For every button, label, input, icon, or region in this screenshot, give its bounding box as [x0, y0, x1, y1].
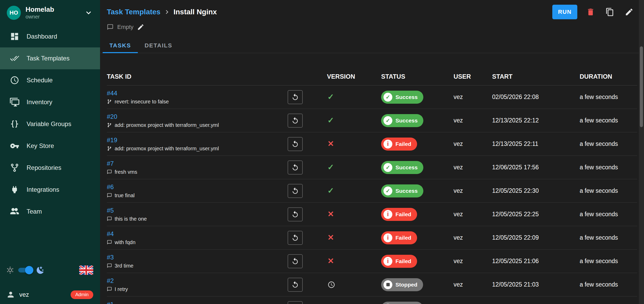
col-version: VERSION	[327, 73, 381, 80]
status-badge: ✓Success	[381, 184, 423, 197]
admin-badge: Admin	[71, 290, 93, 299]
topbar: Task Templates Install Nginx RUN	[100, 0, 644, 19]
run-button[interactable]: RUN	[552, 5, 577, 19]
table-row: #19 add: proxmox project with terraform_…	[107, 132, 637, 156]
task-id-link[interactable]: #2	[107, 277, 114, 284]
replay-icon	[291, 257, 299, 265]
breadcrumb-task-templates[interactable]: Task Templates	[107, 8, 160, 16]
task-id-link[interactable]: #1	[107, 301, 114, 304]
dark-mode-icon	[36, 266, 45, 275]
rerun-task-button[interactable]	[288, 160, 303, 175]
copy-template-button[interactable]	[604, 6, 616, 18]
task-message: I retry	[107, 286, 284, 292]
sidebar: HO Homelab owner Dashboard Task Template…	[0, 0, 100, 304]
task-templates-icon	[10, 54, 19, 63]
task-id-link[interactable]: #5	[107, 207, 114, 214]
workspace-avatar: HO	[7, 6, 21, 20]
col-start: START	[492, 73, 580, 80]
message-icon	[107, 193, 112, 198]
replay-icon	[291, 164, 299, 171]
rerun-task-button[interactable]	[288, 254, 303, 268]
rerun-task-button[interactable]	[288, 278, 303, 292]
status-badge: iFailed	[381, 208, 417, 221]
error-circle-icon: i	[383, 233, 392, 242]
check-circle-icon: ✓	[383, 93, 392, 102]
tab-details[interactable]: DETAILS	[138, 38, 179, 53]
theme-row	[0, 261, 100, 279]
task-duration: a few seconds	[580, 258, 637, 265]
status-badge: iFailed	[381, 138, 417, 151]
description-icon	[107, 24, 114, 30]
sidebar-item-task-templates[interactable]: Task Templates	[0, 47, 100, 69]
inventory-icon	[10, 97, 19, 107]
task-user: vez	[454, 258, 492, 265]
task-id-link[interactable]: #19	[107, 137, 117, 144]
vertical-scrollbar[interactable]	[639, 0, 644, 304]
current-user-row[interactable]: vez Admin	[0, 285, 100, 304]
language-flag-uk[interactable]	[79, 265, 93, 275]
task-duration: a few seconds	[580, 140, 637, 147]
dark-mode-toggle[interactable]	[18, 267, 33, 274]
replay-icon	[291, 234, 299, 242]
sidebar-item-dashboard[interactable]: Dashboard	[0, 26, 100, 47]
sidebar-item-key-store[interactable]: Key Store	[0, 135, 100, 157]
sidebar-item-integrations[interactable]: Integrations	[0, 179, 100, 201]
version-ok-icon: ✓	[327, 163, 334, 171]
workspace-switcher[interactable]: HO Homelab owner	[0, 0, 100, 26]
sidebar-item-label: Integrations	[27, 186, 59, 193]
template-description: Empty	[117, 24, 133, 30]
table-row: #1 Stopped vez 12/05/2025 20:56 a few se…	[107, 296, 637, 304]
sidebar-item-team[interactable]: Team	[0, 201, 100, 222]
page-title: Install Nginx	[174, 8, 217, 16]
rerun-task-button[interactable]	[288, 90, 303, 104]
rerun-task-button[interactable]	[288, 184, 303, 198]
template-description-row: Empty	[100, 19, 644, 32]
task-duration: a few seconds	[580, 187, 637, 194]
rerun-task-button[interactable]	[288, 231, 303, 245]
task-id-link[interactable]: #3	[107, 254, 114, 261]
sidebar-item-label: Task Templates	[27, 55, 70, 62]
replay-icon	[291, 210, 299, 218]
task-start: 02/05/2026 22:08	[492, 94, 580, 101]
pencil-icon	[625, 8, 634, 16]
task-duration: a few seconds	[580, 94, 637, 101]
rerun-task-button[interactable]	[288, 207, 303, 221]
sidebar-item-label: Dashboard	[27, 33, 57, 40]
version-fail-icon: ✕	[327, 210, 334, 218]
edit-template-button[interactable]	[623, 6, 635, 18]
task-duration: a few seconds	[580, 117, 637, 124]
sidebar-item-label: Inventory	[27, 98, 52, 106]
check-circle-icon: ✓	[383, 163, 392, 172]
status-badge: iFailed	[381, 231, 417, 244]
sidebar-item-repositories[interactable]: Repositories	[0, 157, 100, 179]
task-message: this is the one	[107, 216, 284, 222]
task-id-link[interactable]: #44	[107, 90, 117, 97]
version-ok-icon: ✓	[327, 92, 334, 101]
tab-bar: TASKS DETAILS	[100, 38, 644, 53]
sidebar-item-schedule[interactable]: Schedule	[0, 69, 100, 91]
replay-icon	[291, 187, 299, 195]
version-pending-icon	[327, 281, 335, 289]
task-id-link[interactable]: #6	[107, 183, 114, 191]
schedule-icon	[10, 76, 19, 85]
check-circle-icon: ✓	[383, 116, 392, 125]
sidebar-item-variable-groups[interactable]: Variable Groups	[0, 113, 100, 135]
scrollbar-thumb[interactable]	[640, 46, 643, 127]
sidebar-item-inventory[interactable]: Inventory	[0, 91, 100, 113]
task-start: 12/05/2025 21:03	[492, 281, 580, 288]
rerun-task-button[interactable]	[288, 301, 303, 304]
edit-description-icon[interactable]	[137, 23, 144, 31]
status-badge: Stopped	[381, 278, 423, 291]
delete-template-button[interactable]	[585, 6, 597, 18]
rerun-task-button[interactable]	[288, 114, 303, 128]
tab-tasks[interactable]: TASKS	[103, 38, 138, 53]
task-user: vez	[454, 94, 492, 101]
table-row: #44 revert: insecure to false ✓ ✓Success…	[107, 85, 637, 109]
task-id-link[interactable]: #7	[107, 160, 114, 167]
table-row: #4 with fqdn ✕ iFailed vez 12/05/2025 22…	[107, 226, 637, 250]
version-fail-icon: ✕	[327, 139, 334, 148]
rerun-task-button[interactable]	[288, 137, 303, 151]
task-message: revert: insecure to false	[107, 99, 284, 105]
task-id-link[interactable]: #4	[107, 230, 114, 238]
task-id-link[interactable]: #20	[107, 113, 117, 120]
